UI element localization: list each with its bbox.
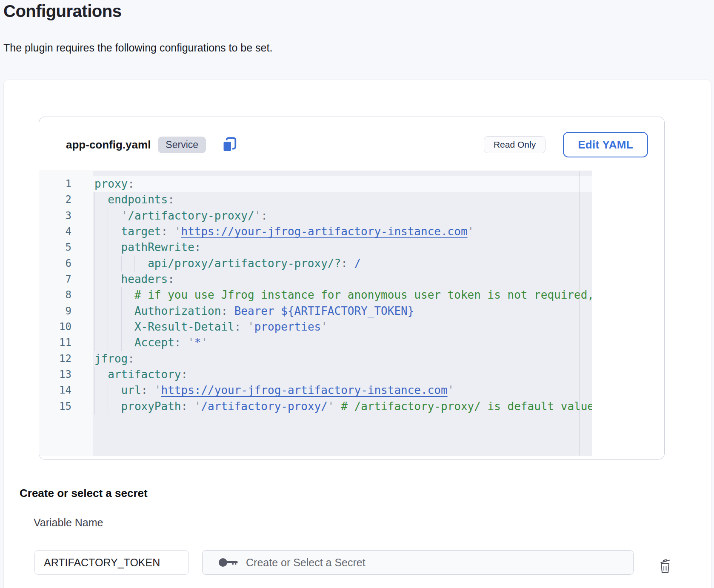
code-line: api/proxy/artifactory-proxy/?: / <box>93 256 592 271</box>
line-number: 11 <box>39 335 93 351</box>
code-line: endpoints: <box>93 192 592 208</box>
copy-icon <box>221 136 237 154</box>
code-line: '/artifactory-proxy/': <box>93 208 592 224</box>
code-line: artifactory: <box>93 367 592 382</box>
config-file-card: app-config.yaml Service Read Only Edit Y… <box>39 117 665 460</box>
indent-guide <box>94 224 108 240</box>
code-line: proxy: <box>93 176 592 192</box>
service-badge: Service <box>158 137 206 153</box>
code-lines: proxy:endpoints:'/artifactory-proxy/':ta… <box>93 176 592 414</box>
indent-guide <box>94 335 108 351</box>
indent-guide <box>108 208 121 224</box>
indent-guide <box>121 256 134 271</box>
indent-guide <box>108 256 121 271</box>
indent-guide <box>94 287 108 303</box>
line-number: 14 <box>39 382 93 398</box>
indent-guide <box>94 319 108 335</box>
code-line: jfrog: <box>93 351 592 367</box>
secret-section-title: Create or select a secret <box>20 487 148 500</box>
secret-select[interactable]: Create or Select a Secret <box>202 550 634 575</box>
delete-secret-button[interactable] <box>656 556 674 576</box>
file-name: app-config.yaml <box>66 138 151 151</box>
line-number: 9 <box>39 303 93 319</box>
indent-guide <box>108 303 121 319</box>
line-number: 8 <box>39 287 93 303</box>
indent-guide <box>134 256 148 271</box>
indent-guide <box>94 208 108 224</box>
indent-guide <box>108 382 121 398</box>
secret-select-placeholder: Create or Select a Secret <box>246 557 366 569</box>
indent-guide <box>94 303 108 319</box>
copy-button[interactable] <box>220 135 238 154</box>
code-line: Authorization: Bearer ${ARTIFACTORY_TOKE… <box>93 303 592 319</box>
code-line: pathRewrite: <box>93 240 592 255</box>
indent-guide <box>94 399 108 414</box>
code-line: # if you use Jfrog instance for anonymou… <box>93 287 592 303</box>
line-number: 12 <box>39 351 93 367</box>
indent-guide <box>108 319 121 335</box>
trash-icon <box>658 557 672 574</box>
indent-guide <box>121 319 134 335</box>
editor-gutter: 123456789101112131415 <box>39 171 93 456</box>
editor-scrollbar[interactable] <box>580 171 580 456</box>
variable-name-label: Variable Name <box>34 517 103 529</box>
configurations-panel: app-config.yaml Service Read Only Edit Y… <box>3 80 711 588</box>
code-line: headers: <box>93 271 592 287</box>
code-area: proxy:endpoints:'/artifactory-proxy/':ta… <box>93 171 592 456</box>
line-number: 3 <box>39 208 93 224</box>
indent-guide <box>108 399 121 414</box>
line-number: 13 <box>39 367 93 382</box>
code-line: Accept: '*' <box>93 335 592 351</box>
indent-guide <box>108 240 121 255</box>
read-only-button[interactable]: Read Only <box>484 136 545 153</box>
indent-guide <box>121 303 134 319</box>
indent-guide <box>108 287 121 303</box>
indent-guide <box>94 192 108 208</box>
line-number: 2 <box>39 192 93 208</box>
indent-guide <box>94 240 108 255</box>
code-line: X-Result-Detail: 'properties' <box>93 319 592 335</box>
edit-yaml-button[interactable]: Edit YAML <box>563 132 648 157</box>
line-number: 5 <box>39 240 93 255</box>
page-title: Configurations <box>3 2 121 21</box>
indent-guide <box>94 382 108 398</box>
indent-guide <box>121 287 134 303</box>
line-number: 10 <box>39 319 93 335</box>
variable-name-input[interactable] <box>34 550 189 575</box>
key-icon <box>218 557 239 568</box>
indent-guide <box>94 271 108 287</box>
indent-guide <box>108 271 121 287</box>
indent-guide <box>94 367 108 382</box>
page-subtitle: The plugin requires the following config… <box>3 42 272 54</box>
code-line: proxyPath: '/artifactory-proxy/' # /arti… <box>93 399 592 414</box>
indent-guide <box>94 256 108 271</box>
line-number: 6 <box>39 256 93 271</box>
card-header: app-config.yaml Service Read Only Edit Y… <box>39 117 664 171</box>
line-number: 15 <box>39 399 93 414</box>
indent-guide <box>121 335 134 351</box>
yaml-editor[interactable]: 123456789101112131415 proxy:endpoints:'/… <box>39 171 592 456</box>
code-line: url: 'https://your-jfrog-artifactory-ins… <box>93 382 592 398</box>
indent-guide <box>108 224 121 240</box>
line-number: 4 <box>39 224 93 240</box>
line-number: 1 <box>39 176 93 192</box>
line-number: 7 <box>39 271 93 287</box>
indent-guide <box>108 335 121 351</box>
code-line: target: 'https://your-jfrog-artifactory-… <box>93 224 592 240</box>
